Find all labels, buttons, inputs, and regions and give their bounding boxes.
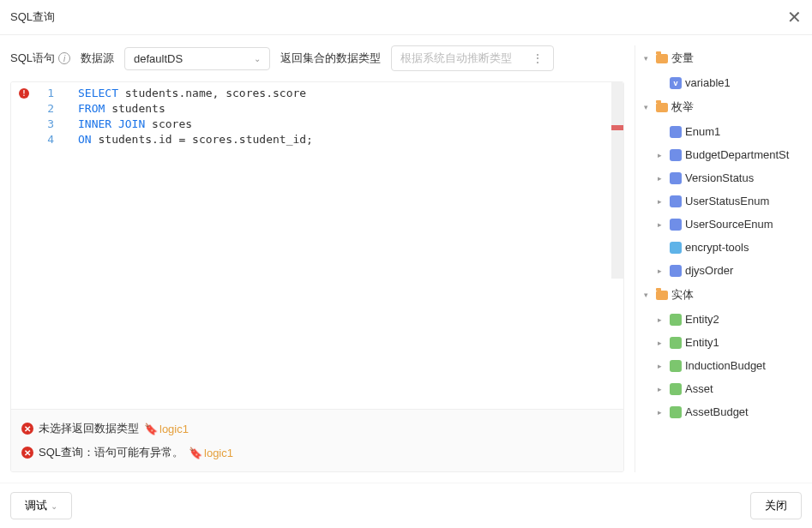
error-text: 未选择返回数据类型: [39, 421, 139, 436]
line-number: 4: [37, 132, 54, 147]
more-icon: ⋮: [532, 51, 544, 65]
tree-label: variable1: [685, 76, 731, 89]
tag-icon: 🔖: [189, 447, 202, 459]
error-text: SQL查询：语句可能有异常。: [39, 445, 183, 460]
item-icon: [670, 149, 682, 161]
item-icon: [670, 383, 682, 395]
sql-editor[interactable]: ! 1234 SELECT students.name, scores.scor…: [11, 82, 623, 409]
item-icon: v: [670, 77, 682, 89]
tree-item[interactable]: ▸Entity1: [642, 331, 802, 354]
tree-item[interactable]: vvariable1: [642, 71, 802, 94]
error-panel: ✕未选择返回数据类型🔖logic1✕SQL查询：语句可能有异常。🔖logic1: [11, 409, 623, 471]
code-line[interactable]: ON students.id = scores.student_id;: [78, 132, 623, 147]
line-number: 2: [37, 101, 54, 117]
tree-label: djysOrder: [685, 264, 733, 277]
tree-label: 变量: [671, 51, 694, 66]
toolbar: SQL语句 i 数据源 defaultDS ⌄ 返回集合的数据类型 根据系统自动…: [10, 45, 624, 71]
datasource-label: 数据源: [81, 51, 114, 66]
tree-toggle-icon[interactable]: ▸: [658, 267, 666, 275]
info-icon[interactable]: i: [58, 52, 70, 64]
tree-folder[interactable]: ▾枚举: [642, 94, 802, 120]
tree-label: Entity2: [685, 313, 719, 326]
item-icon: [670, 172, 682, 184]
tree-folder[interactable]: ▾变量: [642, 45, 802, 71]
tree-label: UserSourceEnum: [685, 218, 773, 231]
tree-toggle-icon[interactable]: ▸: [658, 385, 666, 393]
tree-toggle-icon[interactable]: ▾: [644, 291, 653, 299]
tree-toggle-icon[interactable]: ▾: [644, 103, 653, 111]
tree-label: 实体: [671, 287, 694, 303]
datasource-select[interactable]: defaultDS ⌄: [124, 47, 270, 70]
tree-label: AssetBudget: [685, 405, 749, 418]
code-line[interactable]: SELECT students.name, scores.score: [78, 86, 623, 101]
error-row[interactable]: ✕SQL查询：语句可能有异常。🔖logic1: [18, 441, 617, 465]
close-icon[interactable]: ✕: [787, 7, 802, 27]
tree-item[interactable]: ▸UserStatusEnum: [642, 189, 802, 213]
tree-label: encrypt-tools: [685, 241, 749, 254]
folder-icon: [656, 103, 668, 112]
tree-toggle-icon[interactable]: ▸: [658, 220, 666, 229]
tree-toggle-icon[interactable]: ▸: [658, 151, 666, 159]
tree-toggle-icon[interactable]: ▸: [658, 197, 666, 206]
tree-item[interactable]: Enum1: [642, 120, 802, 143]
code-line[interactable]: FROM students: [78, 101, 623, 117]
item-icon: [670, 314, 682, 326]
tree-item[interactable]: ▸VersionStatus: [642, 166, 802, 189]
tree-folder[interactable]: ▾实体: [642, 282, 802, 308]
folder-icon: [656, 54, 668, 63]
tree-label: VersionStatus: [685, 171, 754, 184]
error-marker-icon: !: [19, 88, 29, 99]
code-area[interactable]: SELECT students.name, scores.scoreFROM s…: [61, 82, 623, 409]
tree-label: Entity1: [685, 336, 719, 349]
item-icon: [670, 126, 682, 138]
tree-label: Asset: [685, 382, 713, 395]
return-type-label: 返回集合的数据类型: [280, 51, 381, 66]
item-icon: [670, 265, 682, 277]
tree-toggle-icon[interactable]: ▸: [658, 315, 666, 324]
gutter-marks: !: [11, 82, 37, 409]
chevron-down-icon: ⌄: [51, 501, 57, 511]
line-numbers: 1234: [37, 82, 61, 409]
dialog-header: SQL查询 ✕: [0, 0, 812, 35]
error-row[interactable]: ✕未选择返回数据类型🔖logic1: [18, 417, 617, 441]
return-type-select[interactable]: 根据系统自动推断类型 ⋮: [391, 45, 554, 71]
tree-item[interactable]: ▸UserSourceEnum: [642, 213, 802, 236]
logic-tag[interactable]: 🔖logic1: [144, 423, 189, 435]
tree-item[interactable]: ▸InductionBudget: [642, 354, 802, 377]
tree-panel: ▾变量vvariable1▾枚举Enum1▸BudgetDepartmentSt…: [635, 45, 802, 472]
sql-label: SQL语句 i: [10, 51, 70, 66]
footer: 调试 ⌄ 关闭: [0, 483, 812, 528]
logic-tag[interactable]: 🔖logic1: [189, 447, 233, 459]
line-number: 1: [37, 86, 54, 101]
tree-toggle-icon[interactable]: ▸: [658, 362, 666, 370]
tree-item[interactable]: ▸AssetBudget: [642, 400, 802, 423]
scrollbar[interactable]: [611, 82, 623, 279]
datasource-value: defaultDS: [134, 52, 183, 65]
tree-label: UserStatusEnum: [685, 195, 769, 207]
item-icon: [670, 219, 682, 231]
tree-toggle-icon[interactable]: ▸: [658, 339, 666, 347]
item-icon: [670, 195, 682, 207]
tree-item[interactable]: ▸Asset: [642, 377, 802, 400]
tree-toggle-icon[interactable]: ▾: [644, 54, 653, 63]
tree-item[interactable]: encrypt-tools: [642, 236, 802, 259]
item-icon: [670, 360, 682, 372]
tree-item[interactable]: ▸BudgetDepartmentSt: [642, 143, 802, 166]
tree-item[interactable]: ▸djysOrder: [642, 259, 802, 282]
tree-toggle-icon[interactable]: ▸: [658, 408, 666, 417]
tag-icon: 🔖: [144, 423, 158, 435]
tree-item[interactable]: ▸Entity2: [642, 308, 802, 331]
dialog-title: SQL查询: [10, 9, 55, 25]
tree-toggle-icon[interactable]: ▸: [658, 174, 666, 183]
folder-icon: [656, 291, 668, 300]
item-icon: [670, 242, 682, 254]
error-icon: ✕: [21, 447, 33, 459]
chevron-down-icon: ⌄: [254, 54, 261, 63]
tree-label: InductionBudget: [685, 359, 766, 372]
item-icon: [670, 406, 682, 418]
close-button[interactable]: 关闭: [750, 492, 802, 519]
code-line[interactable]: INNER JOIN scores: [78, 117, 623, 132]
error-icon: ✕: [21, 423, 33, 435]
tree-label: BudgetDepartmentSt: [685, 148, 789, 161]
debug-button[interactable]: 调试 ⌄: [10, 492, 72, 519]
